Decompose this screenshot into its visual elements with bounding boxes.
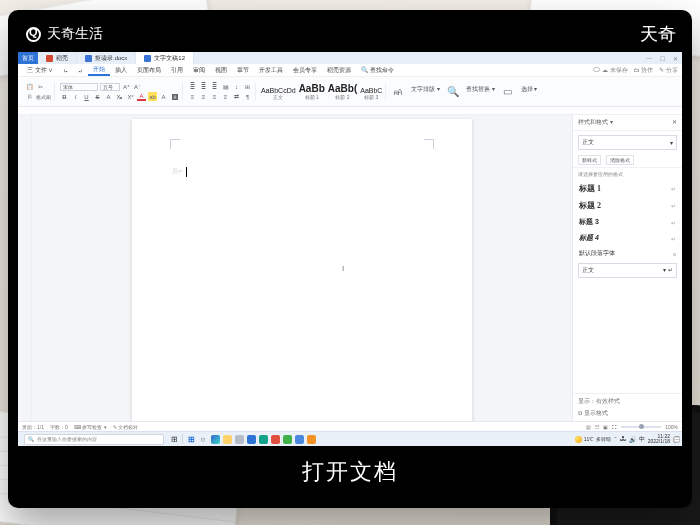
app-icon[interactable] [259, 435, 268, 444]
redo-button[interactable]: ⤾ [73, 67, 88, 74]
grow-font-icon[interactable]: A⁺ [122, 82, 131, 91]
file-menu[interactable]: 三 文件 ∨ [22, 66, 58, 75]
view-full-icon[interactable]: ⛶ [612, 424, 617, 430]
minimize-button[interactable]: — [646, 55, 652, 61]
volume-icon[interactable]: 🔊 [629, 436, 636, 443]
undo-button[interactable]: ⤿ [58, 67, 73, 74]
superscript-button[interactable]: X² [126, 92, 135, 101]
doc-tab-active[interactable]: 文字文稿12 [136, 52, 194, 64]
clock[interactable]: 11:222022/1/18 [648, 434, 670, 444]
tab-review[interactable]: 审阅 [188, 66, 210, 75]
view-outline-icon[interactable]: ☷ [595, 424, 599, 430]
start-tab[interactable]: 首页 [18, 52, 38, 64]
strike-button[interactable]: S [93, 92, 102, 101]
notifications-icon[interactable]: 💬 [673, 436, 680, 443]
styles-pane-title[interactable]: 样式和格式 ▾ [578, 118, 613, 127]
line-spacing-icon[interactable]: ↕ [232, 82, 241, 91]
tray-chevron-icon[interactable]: ˄ [614, 436, 617, 443]
show-filter-label[interactable]: 显示：有效样式 [578, 397, 677, 406]
tab-layout[interactable]: 页面布局 [132, 66, 166, 75]
tab-home[interactable]: 开始 [88, 65, 110, 76]
align-justify-icon[interactable]: ≡ [221, 92, 230, 101]
select-icon[interactable]: ▭ [501, 85, 515, 99]
page[interactable]: 页↵ I [132, 119, 472, 421]
highlight-button[interactable]: ab [148, 92, 157, 101]
tab-view[interactable]: 视图 [210, 66, 232, 75]
tab-vip[interactable]: 会员专享 [288, 66, 322, 75]
text-tools-button[interactable]: 文字排版 ▾ [411, 85, 440, 99]
horizontal-ruler[interactable] [18, 107, 682, 115]
align-right-icon[interactable]: ≡ [210, 92, 219, 101]
view-page-icon[interactable]: ▥ [586, 424, 591, 430]
app-icon[interactable] [283, 435, 292, 444]
text-color-button[interactable]: A [137, 92, 146, 101]
wps-taskbar-icon[interactable] [295, 435, 304, 444]
underline-button[interactable]: U [82, 92, 91, 101]
app-icon[interactable] [247, 435, 256, 444]
cut-icon[interactable]: ✂ [36, 82, 45, 91]
tab-insert[interactable]: 插入 [110, 66, 132, 75]
current-style-select[interactable]: 正文▾ [578, 135, 677, 150]
style-selection[interactable]: 正文▾ ↵ [578, 263, 677, 278]
document-viewport[interactable]: 页↵ I [32, 115, 572, 421]
font-size-select[interactable]: 五号 [100, 83, 120, 91]
find-replace-button[interactable]: 查找替换 ▾ [466, 85, 495, 99]
bullet-list-icon[interactable]: ≣ [188, 82, 197, 91]
char-border-button[interactable]: A [159, 92, 168, 101]
align-left-icon[interactable]: ≡ [188, 92, 197, 101]
close-button[interactable]: ✕ [673, 55, 678, 62]
zoom-slider[interactable] [621, 426, 661, 428]
word-count[interactable]: 字数：0 [50, 424, 68, 430]
text-direction-icon[interactable]: ⇄ [232, 92, 241, 101]
share-button[interactable]: ✎ 分享 [659, 66, 678, 75]
style-h3[interactable]: AaBbC标题 3 [360, 87, 382, 100]
style-item-h1[interactable]: 标题 1↵ [573, 180, 682, 197]
maximize-button[interactable]: ☐ [660, 55, 665, 62]
spellcheck-button[interactable]: ⌨ 拼写检查 ▾ [74, 424, 107, 430]
italic-button[interactable]: I [71, 92, 80, 101]
weather-widget[interactable]: 11℃ 多转晴 [575, 436, 611, 443]
app-icon[interactable] [235, 435, 244, 444]
tab-developer[interactable]: 开发工具 [254, 66, 288, 75]
doc-tab[interactable]: 稻壳 [38, 52, 77, 64]
font-family-select[interactable]: 宋体 [60, 83, 98, 91]
edge-icon[interactable] [211, 435, 220, 444]
app-icon[interactable] [307, 435, 316, 444]
clear-format-button[interactable]: 清除格式 [606, 155, 634, 165]
find-replace-icon[interactable]: 🔍 [446, 85, 460, 99]
border-icon[interactable]: ⊞ [243, 82, 252, 91]
start-button[interactable]: ⊞ [185, 434, 197, 445]
format-painter-icon[interactable]: 格式刷 [36, 92, 51, 101]
font-effect-button[interactable]: A [104, 92, 113, 101]
command-search[interactable]: 🔍 查找命令 [356, 66, 399, 75]
indent-dec-icon[interactable]: ▤ [221, 82, 230, 91]
tab-docer[interactable]: 稻壳资源 [322, 66, 356, 75]
vertical-ruler[interactable] [18, 115, 32, 421]
show-marks-icon[interactable]: ¶ [243, 92, 252, 101]
text-tools-icon[interactable]: 🗚 [391, 85, 405, 99]
tab-references[interactable]: 引用 [166, 66, 188, 75]
explorer-icon[interactable] [223, 435, 232, 444]
style-h2[interactable]: AaBb(标题 2 [328, 83, 357, 100]
multilevel-list-icon[interactable]: ≣ [210, 82, 219, 91]
collab-button[interactable]: 🗀 协作 [634, 66, 654, 75]
tab-section[interactable]: 章节 [232, 66, 254, 75]
paste-icon[interactable]: 📋 [25, 82, 34, 91]
subscript-button[interactable]: X₂ [115, 92, 124, 101]
network-icon[interactable]: 🖧 [620, 436, 626, 442]
style-item-h4[interactable]: 标题 4↵ [573, 230, 682, 246]
show-formatting-button[interactable]: ⧉ 显示格式 [578, 409, 677, 418]
zoom-level[interactable]: 100% [665, 424, 678, 430]
style-item-h2[interactable]: 标题 2↵ [573, 197, 682, 214]
close-pane-button[interactable]: ✕ [672, 118, 677, 127]
task-view-icon[interactable]: ⊞ [168, 434, 180, 445]
style-h1[interactable]: AaBb标题 1 [299, 83, 325, 100]
copy-icon[interactable]: ⎘ [25, 92, 34, 101]
taskbar-search[interactable]: 🔍在这里输入你要搜索的内容 [24, 434, 164, 445]
select-button[interactable]: 选择 ▾ [521, 85, 538, 99]
number-list-icon[interactable]: ≣ [199, 82, 208, 91]
bold-button[interactable]: B [60, 92, 69, 101]
shrink-font-icon[interactable]: A⁻ [133, 82, 142, 91]
cortana-icon[interactable]: ○ [197, 434, 209, 445]
app-icon[interactable] [271, 435, 280, 444]
